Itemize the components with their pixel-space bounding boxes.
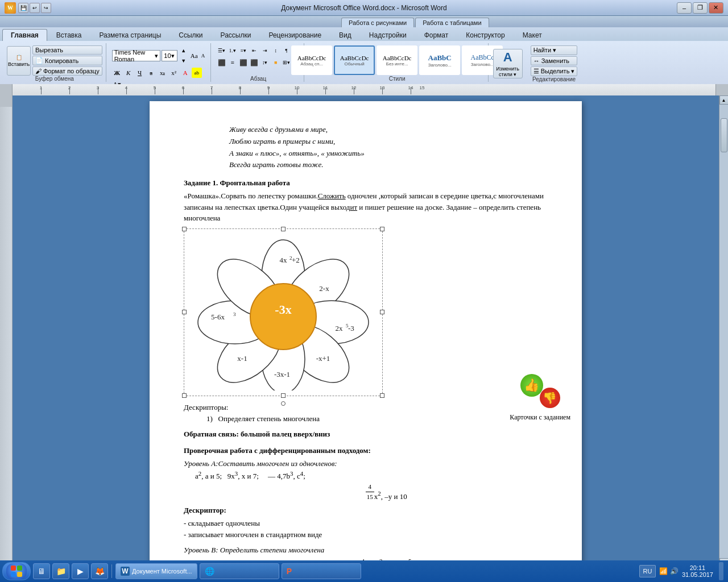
restore-button[interactable]: ❐: [693, 2, 708, 14]
scroll-up-button[interactable]: ▲: [719, 95, 729, 105]
find-button[interactable]: Найти ▾: [531, 45, 578, 55]
shading-button[interactable]: ■: [271, 57, 281, 68]
thumbs-down-icon: 👎: [540, 388, 560, 408]
handle-tr[interactable]: [380, 227, 384, 231]
start-button[interactable]: [2, 562, 31, 580]
tab-format[interactable]: Формат: [416, 29, 457, 41]
clear-format-button[interactable]: Aa: [190, 51, 198, 61]
tab-design[interactable]: Конструктор: [457, 29, 513, 41]
logo-sq-1: [11, 566, 16, 571]
handle-br[interactable]: [380, 393, 384, 398]
strikethrough-button[interactable]: a: [146, 68, 156, 78]
taskbar-chrome-task[interactable]: 🌐: [200, 563, 279, 579]
taskbar-media[interactable]: ▶: [72, 563, 89, 579]
taskbar-explorer[interactable]: 📁: [52, 563, 69, 579]
context-tab-tables[interactable]: Работа с таблицами: [415, 18, 489, 27]
format-painter-button[interactable]: 🖌 Формат по образцу: [32, 66, 102, 76]
tab-page-layout[interactable]: Разметка страницы: [90, 29, 169, 41]
handle-tc[interactable]: [281, 227, 286, 231]
tab-review[interactable]: Рецензирование: [260, 29, 330, 41]
feedback-line: Обратная связь: большой палец вверх/вниз: [184, 429, 548, 440]
minimize-button[interactable]: –: [677, 2, 692, 14]
taskbar-word-task[interactable]: W Документ Microsoft...: [115, 563, 197, 579]
increase-indent-button[interactable]: ⇥: [260, 45, 270, 56]
line-spacing-button[interactable]: ↕▾: [260, 57, 270, 68]
style-h1-button[interactable]: AaBbC Заголово...: [419, 45, 460, 75]
subscript-button[interactable]: x₂: [158, 68, 168, 78]
handle-ml[interactable]: [182, 310, 187, 314]
doc-scroll-area[interactable]: Живу всегда с друзьями в мире, Люблю игр…: [13, 95, 719, 567]
style-paragraph-button[interactable]: AaBbCcDc Абзац сп...: [291, 45, 332, 75]
bullets-button[interactable]: ☰▾: [217, 45, 227, 56]
style-nospacing-button[interactable]: AaBbCcDc Без инте...: [377, 45, 417, 75]
all-caps-button[interactable]: A: [200, 51, 207, 61]
tab-home[interactable]: Главная: [2, 29, 47, 41]
multilevel-list-button[interactable]: ≡▾: [238, 45, 249, 56]
tab-layout[interactable]: Макет: [514, 29, 551, 41]
tab-view[interactable]: Вид: [330, 29, 360, 41]
change-styles-button[interactable]: A Изменить стили ▾: [493, 49, 523, 78]
select-button[interactable]: ☰ Выделить ▾: [531, 66, 578, 76]
italic-button[interactable]: К: [123, 68, 134, 78]
handle-bc[interactable]: [281, 393, 286, 398]
taskbar-show-desktop[interactable]: 🖥: [33, 563, 50, 579]
document-page: Живу всегда с друзьями в мире, Люблю игр…: [150, 101, 582, 567]
decrease-indent-button[interactable]: ⇤: [249, 45, 259, 56]
align-left-button[interactable]: ⬛: [217, 57, 227, 68]
show-desktop-button[interactable]: [719, 562, 723, 580]
style-normal-preview: AaBbCcDc: [340, 55, 369, 61]
borders-button[interactable]: ⊞▾: [282, 57, 292, 68]
align-right-button[interactable]: ⬛: [238, 57, 249, 68]
volume-icon[interactable]: 🔊: [670, 567, 679, 575]
style-paragraph-label: Абзац сп...: [300, 61, 323, 66]
undo-qa-button[interactable]: ↩: [30, 3, 40, 13]
tab-insert[interactable]: Вставка: [48, 29, 90, 41]
superscript-button[interactable]: x²: [169, 68, 179, 78]
descriptor-1: 1) Определяет степень многочлена: [206, 413, 548, 425]
language-button[interactable]: RU: [639, 565, 656, 577]
rotate-handle[interactable]: [281, 401, 286, 406]
taskbar-firefox[interactable]: 🦊: [91, 563, 108, 579]
numbering-button[interactable]: 1.▾: [228, 45, 238, 56]
show-marks-button[interactable]: ¶: [282, 45, 292, 56]
handle-mr[interactable]: [380, 310, 384, 314]
size-dropdown-icon: ▾: [171, 52, 175, 60]
taskbar-powerpoint-task[interactable]: P: [282, 563, 361, 579]
font-name-input[interactable]: Times New Roman ▾: [112, 50, 161, 61]
font-controls: Times New Roman ▾ 10 ▾ ▲ ▼ Aa A Ж: [112, 43, 207, 89]
align-center-button[interactable]: ≡: [228, 57, 238, 68]
sort-button[interactable]: ↕: [271, 45, 281, 56]
redo-qa-button[interactable]: ↪: [41, 3, 51, 13]
justify-button[interactable]: ⬛: [249, 57, 259, 68]
ruler-right-side: [715, 84, 728, 95]
handle-tl[interactable]: [182, 227, 187, 231]
list-buttons: ☰▾ 1.▾ ≡▾ ⇤ ⇥ ↕ ¶: [217, 45, 300, 56]
close-button[interactable]: ✕: [709, 2, 723, 14]
bold-button[interactable]: Ж: [112, 68, 122, 78]
font-size-down-button[interactable]: ▼: [179, 56, 189, 66]
network-icon[interactable]: 📶: [659, 567, 668, 575]
underline-button[interactable]: Ч: [135, 68, 145, 78]
context-tab-pictures[interactable]: Работа с рисунками: [341, 18, 414, 27]
style-normal-button[interactable]: AaBbCcDc Обычный: [334, 45, 375, 75]
tab-references[interactable]: Ссылки: [170, 29, 211, 41]
font-size-input[interactable]: 10 ▾: [162, 50, 177, 61]
save-qa-button[interactable]: 💾: [18, 3, 28, 13]
handle-bl[interactable]: [182, 393, 187, 398]
tab-addins[interactable]: Надстройки: [361, 29, 415, 41]
font-color-button[interactable]: A: [180, 68, 191, 78]
tab-mailings[interactable]: Рассылки: [212, 29, 260, 41]
flower-diagram-box[interactable]: -3x 4x 2 +2 2-x 2x 5 -3 -x+1: [184, 228, 383, 396]
ruler-tick-12: [354, 87, 354, 94]
scroll-thumb[interactable]: [721, 118, 727, 152]
vertical-scrollbar[interactable]: ▲ ▼: [719, 95, 728, 567]
copy-button[interactable]: 📄 Копировать: [32, 56, 102, 65]
text-highlight-button[interactable]: ab: [192, 68, 202, 78]
replace-button[interactable]: ↔ Заменить: [531, 56, 578, 65]
font-size-up-button[interactable]: ▲: [179, 45, 189, 56]
level-a-item-2: 415x2, –у и 10: [195, 482, 548, 502]
paste-button[interactable]: 📋 Вставить: [7, 46, 31, 76]
level-a-title: Уровень А:Составить многочлен из одночле…: [184, 458, 548, 469]
font-name-row: Times New Roman ▾ 10 ▾ ▲ ▼ Aa A: [112, 45, 207, 66]
cut-button[interactable]: Вырезать: [32, 45, 102, 55]
